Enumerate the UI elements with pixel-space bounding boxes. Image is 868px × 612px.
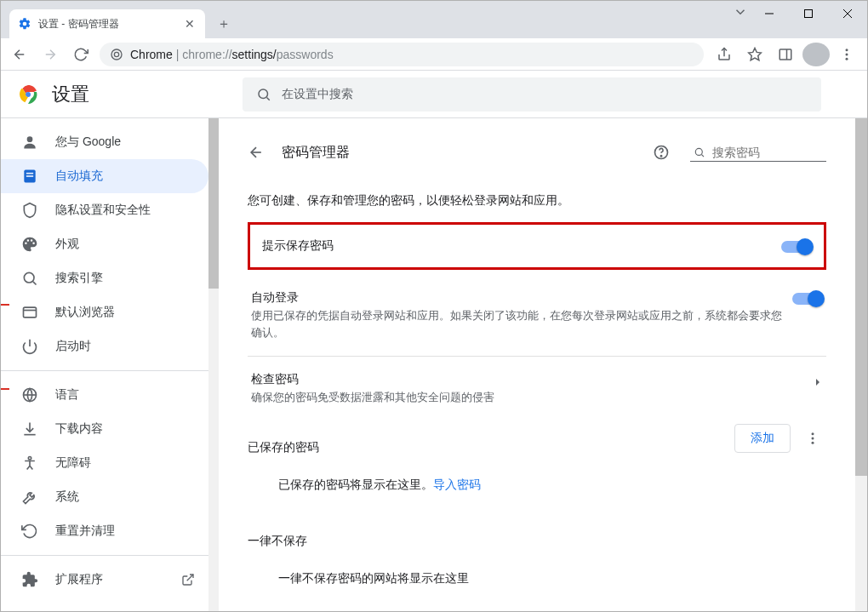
address-bar[interactable]: Chrome | chrome://settings/passwords xyxy=(100,43,704,66)
sidebar-item-appearance[interactable]: 外观 xyxy=(1,227,208,261)
svg-rect-20 xyxy=(26,173,33,174)
svg-line-17 xyxy=(266,97,269,100)
sidebar-item-label: 语言 xyxy=(55,387,79,403)
settings-search-box[interactable]: 在设置中搜索 xyxy=(243,77,821,112)
palette-icon xyxy=(21,236,38,253)
download-icon xyxy=(21,420,38,438)
page-title: 密码管理器 xyxy=(282,144,632,162)
svg-point-13 xyxy=(846,53,848,55)
menu-icon[interactable] xyxy=(833,43,860,66)
check-pw-subtitle: 确保您的密码免受数据泄露和其他安全问题的侵害 xyxy=(251,389,802,406)
gear-icon xyxy=(18,17,31,31)
back-button[interactable] xyxy=(8,43,31,66)
left-marker xyxy=(1,388,9,390)
sidebar-item-reset[interactable]: 重置并清理 xyxy=(1,514,208,548)
svg-point-40 xyxy=(812,441,814,443)
new-tab-button[interactable]: ＋ xyxy=(212,12,236,36)
svg-point-18 xyxy=(27,136,33,142)
svg-point-12 xyxy=(846,49,848,51)
search-icon xyxy=(21,270,38,287)
tab-title: 设置 - 密码管理器 xyxy=(38,17,183,31)
globe-icon xyxy=(21,386,38,403)
close-tab-icon[interactable]: ✕ xyxy=(183,17,197,31)
settings-search-placeholder: 在设置中搜索 xyxy=(282,87,353,102)
forward-button[interactable] xyxy=(38,43,62,66)
svg-point-22 xyxy=(24,272,34,283)
svg-point-7 xyxy=(114,52,118,56)
sidebar-item-on-startup[interactable]: 启动时 xyxy=(1,329,208,363)
svg-line-23 xyxy=(33,282,37,285)
sidebar-item-system[interactable]: 系统 xyxy=(1,480,208,514)
sidebar-item-label: 扩展程序 xyxy=(55,572,103,587)
svg-rect-24 xyxy=(24,307,37,317)
browser-tab[interactable]: 设置 - 密码管理器 ✕ xyxy=(9,9,205,38)
browser-toolbar: Chrome | chrome://settings/passwords xyxy=(1,38,867,71)
wrench-icon xyxy=(21,489,38,506)
sidebar-item-label: 搜索引擎 xyxy=(55,271,103,286)
never-save-heading: 一律不保存 xyxy=(248,515,826,549)
profile-avatar[interactable] xyxy=(802,43,830,66)
sidebar-item-you-and-google[interactable]: 您与 Google xyxy=(1,125,208,159)
svg-marker-37 xyxy=(816,379,819,386)
auto-signin-toggle[interactable] xyxy=(792,293,823,305)
chrome-logo-icon xyxy=(18,84,38,105)
content-back-button[interactable] xyxy=(248,144,265,161)
sidebar-item-label: 外观 xyxy=(55,237,79,252)
sidebar-item-search-engine[interactable]: 搜索引擎 xyxy=(1,261,208,295)
sidebar-item-default-browser[interactable]: 默认浏览器 xyxy=(1,295,208,329)
sidebar-item-label: 系统 xyxy=(55,489,79,505)
window-controls xyxy=(750,1,867,26)
svg-rect-1 xyxy=(805,10,813,18)
sidebar-item-privacy[interactable]: 隐私设置和安全性 xyxy=(1,193,208,227)
sidebar-item-label: 自动填充 xyxy=(55,169,103,184)
help-icon[interactable] xyxy=(649,144,673,161)
close-window-button[interactable] xyxy=(828,1,867,26)
auto-signin-title: 自动登录 xyxy=(251,290,782,306)
search-icon xyxy=(256,87,271,102)
svg-rect-10 xyxy=(779,49,791,60)
offer-save-toggle[interactable] xyxy=(781,241,812,253)
highlighted-setting: 提示保存密码 xyxy=(248,222,826,270)
autofill-icon xyxy=(21,168,38,185)
sidebar-item-label: 无障碍 xyxy=(55,455,91,471)
chevron-down-icon[interactable] xyxy=(733,4,748,20)
share-icon[interactable] xyxy=(711,43,738,66)
svg-point-38 xyxy=(812,432,814,435)
never-empty-text: 一律不保存密码的网站将显示在这里 xyxy=(248,549,826,609)
url-label-chrome: Chrome | chrome://settings/passwords xyxy=(130,48,334,61)
settings-sidebar: 您与 Google 自动填充 隐私设置和安全性 外观 搜索引擎 默认浏览器 启动… xyxy=(1,118,219,611)
more-options-icon[interactable] xyxy=(799,425,826,452)
maximize-button[interactable] xyxy=(789,1,828,26)
import-passwords-link[interactable]: 导入密码 xyxy=(433,478,481,491)
sidebar-scrollbar[interactable] xyxy=(208,118,219,611)
power-icon xyxy=(21,338,38,355)
bookmark-star-icon[interactable] xyxy=(741,43,768,66)
add-password-button[interactable]: 添加 xyxy=(734,424,791,453)
sidebar-item-autofill[interactable]: 自动填充 xyxy=(1,159,208,193)
sidebar-item-accessibility[interactable]: 无障碍 xyxy=(1,446,208,480)
reload-button[interactable] xyxy=(69,43,93,66)
sidebar-item-label: 重置并清理 xyxy=(55,523,115,539)
minimize-button[interactable] xyxy=(750,1,789,26)
svg-point-16 xyxy=(259,89,268,99)
svg-rect-21 xyxy=(26,175,33,177)
saved-empty-text: 已保存的密码将显示在这里。导入密码 xyxy=(248,455,826,515)
side-panel-icon[interactable] xyxy=(772,43,799,66)
check-passwords-row[interactable]: 检查密码 确保您的密码免受数据泄露和其他安全问题的侵害 xyxy=(248,356,826,421)
restore-icon xyxy=(21,523,38,540)
external-link-icon xyxy=(181,573,195,586)
password-search-input[interactable] xyxy=(712,146,823,159)
browser-icon xyxy=(21,304,38,321)
sidebar-item-downloads[interactable]: 下载内容 xyxy=(1,412,208,446)
sidebar-item-label: 默认浏览器 xyxy=(55,305,115,320)
sidebar-item-languages[interactable]: 语言 xyxy=(1,378,208,412)
password-search-field[interactable] xyxy=(690,144,826,162)
sidebar-item-extensions[interactable]: 扩展程序 xyxy=(1,563,208,597)
svg-marker-9 xyxy=(749,48,762,60)
accessibility-icon xyxy=(21,455,38,472)
intro-text: 您可创建、保存和管理您的密码，以便轻松登录网站和应用。 xyxy=(248,173,826,219)
offer-save-title: 提示保存密码 xyxy=(262,238,771,254)
main-scrollbar[interactable] xyxy=(855,118,867,611)
svg-point-6 xyxy=(111,49,122,60)
saved-passwords-heading: 已保存的密码 xyxy=(248,421,319,455)
